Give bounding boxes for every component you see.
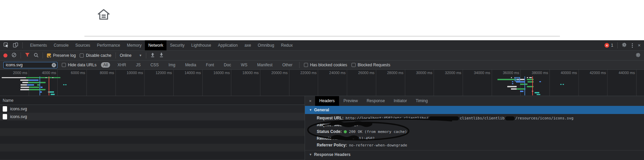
timeline-column: 36000 ms xyxy=(492,70,521,96)
checkbox-unchecked[interactable] xyxy=(80,53,84,58)
details-tab[interactable]: Preview xyxy=(339,96,362,106)
waterfall-bar xyxy=(22,82,28,83)
close-devtools-icon[interactable]: × xyxy=(638,43,641,48)
details-tab[interactable]: Headers xyxy=(315,96,339,106)
network-filterbar: × Hide data URLs AllXHRJSCSSImgMediaFont… xyxy=(0,61,644,70)
redaction-scribble xyxy=(505,116,515,120)
network-settings-gear-icon[interactable] xyxy=(636,52,641,59)
type-filter[interactable]: WS xyxy=(238,62,250,68)
timeline-column: 24000 ms xyxy=(318,70,347,96)
import-har-icon[interactable] xyxy=(150,52,155,59)
details-tab[interactable]: Response xyxy=(362,96,389,106)
referrer-policy-label: Referrer Policy: xyxy=(317,143,347,147)
timeline-tick-label: 20000 ms xyxy=(271,71,287,75)
devtools-tab[interactable]: Network xyxy=(145,40,166,50)
export-har-icon[interactable] xyxy=(159,52,164,59)
timeline-column: 20000 ms xyxy=(260,70,289,96)
clear-icon[interactable] xyxy=(11,52,17,59)
hide-data-urls-checkbox[interactable]: Hide data URLs xyxy=(62,63,97,67)
remote-address-label: Remote Address: xyxy=(317,136,350,141)
timeline-column: 40000 ms xyxy=(550,70,579,96)
timeline-column: 6000 ms xyxy=(58,70,87,96)
waterfall-bar xyxy=(511,88,517,90)
devtools-tab[interactable]: Omnibug xyxy=(254,40,278,50)
type-filter[interactable]: JS xyxy=(133,62,143,68)
type-filter[interactable]: CSS xyxy=(148,62,161,68)
type-filter[interactable]: Font xyxy=(204,62,216,68)
waterfall-bar xyxy=(520,91,523,92)
horizontal-divider xyxy=(84,36,560,37)
type-filter[interactable]: Manifest xyxy=(255,62,275,68)
timeline-tick-label: 2000 ms xyxy=(13,71,27,75)
waterfall-bar xyxy=(63,84,65,85)
filter-funnel-icon[interactable] xyxy=(25,53,30,58)
search-icon[interactable] xyxy=(34,53,38,59)
inspect-element-icon[interactable] xyxy=(3,42,9,49)
checkbox-unchecked[interactable] xyxy=(304,63,308,67)
devtools-tab[interactable]: Application xyxy=(214,40,241,50)
waterfall-bar xyxy=(51,94,55,95)
checkbox-unchecked[interactable] xyxy=(352,63,356,67)
type-filter[interactable]: Doc xyxy=(222,62,233,68)
type-filter[interactable]: Other xyxy=(280,62,295,68)
details-tab[interactable]: Initiator xyxy=(389,96,411,106)
details-tab[interactable]: Timing xyxy=(411,96,432,106)
devtools-tab[interactable]: Performance xyxy=(94,40,124,50)
waterfall-bar xyxy=(497,79,517,80)
type-filter[interactable]: XHR xyxy=(115,62,128,68)
devtools-tab[interactable]: axe xyxy=(241,40,254,50)
waterfall-bar xyxy=(535,92,539,93)
referrer-policy-value: no-referrer-when-downgrade xyxy=(349,143,407,147)
devtools-tab[interactable]: Memory xyxy=(124,40,145,50)
remote-address-value: [::1]:4502 xyxy=(352,136,375,141)
response-headers-section-header[interactable]: ▼ Response Headers xyxy=(305,150,644,158)
device-toolbar-icon[interactable] xyxy=(13,42,18,49)
more-options-icon[interactable] xyxy=(631,43,634,48)
name-column-header[interactable]: Name xyxy=(0,96,305,105)
devtools-tab[interactable]: Redux xyxy=(278,40,296,50)
hide-data-urls-label: Hide data URLs xyxy=(68,63,97,67)
main-tabs: ElementsConsoleSourcesPerformanceMemoryN… xyxy=(27,40,296,50)
preserve-log-checkbox[interactable]: Preserve log xyxy=(47,53,76,58)
type-filter[interactable]: Img xyxy=(166,62,178,68)
devtools-tab[interactable]: Elements xyxy=(27,40,50,50)
timeline-tick-label: 36000 ms xyxy=(503,71,519,75)
has-blocked-cookies-checkbox[interactable]: Has blocked cookies xyxy=(304,63,347,67)
disable-cache-checkbox[interactable]: Disable cache xyxy=(80,53,111,58)
devtools-tab[interactable]: Security xyxy=(166,40,188,50)
checkbox-unchecked[interactable] xyxy=(62,63,66,67)
timeline-tick-label: 40000 ms xyxy=(561,71,577,75)
type-filter[interactable]: Media xyxy=(183,62,199,68)
type-filter[interactable]: All xyxy=(101,62,110,68)
request-url-row: Request URL: http://localhost:4502/etc.c… xyxy=(305,115,644,121)
request-details-panel: × HeadersPreviewResponseInitiatorTiming … xyxy=(305,96,644,160)
devtools-tab[interactable]: Console xyxy=(50,40,72,50)
timeline-tick-label: 24000 ms xyxy=(329,71,345,75)
error-badge[interactable]: × 1 xyxy=(604,43,613,48)
waterfall-bar xyxy=(26,77,60,78)
response-headers-title: Response Headers xyxy=(314,152,351,157)
close-details-icon[interactable]: × xyxy=(305,98,315,104)
request-row[interactable]: icons.svg xyxy=(0,105,305,113)
devtools-tab[interactable]: Sources xyxy=(72,40,94,50)
settings-gear-icon[interactable] xyxy=(622,42,627,48)
clear-filter-icon[interactable]: × xyxy=(52,63,56,67)
throttling-dropdown[interactable]: Online ▼ xyxy=(120,53,142,58)
timeline-column: 14000 ms xyxy=(174,70,203,96)
request-row[interactable]: icons.svg xyxy=(0,113,305,120)
network-overview-timeline[interactable]: 2000 ms4000 ms6000 ms8000 ms10000 ms1200… xyxy=(0,70,644,96)
record-button[interactable] xyxy=(3,53,7,58)
filter-input[interactable] xyxy=(3,62,57,68)
timeline-tick-label: 26000 ms xyxy=(358,71,375,75)
divider xyxy=(617,42,618,48)
timeline-column: 8000 ms xyxy=(87,70,116,96)
timeline-column: 22000 ms xyxy=(289,70,318,96)
status-code-row: Status Code: 200 OK (from memory cache) xyxy=(305,128,644,135)
home-icon[interactable] xyxy=(97,8,110,22)
error-badge-icon: × xyxy=(604,43,609,48)
devtools-tab[interactable]: Lighthouse xyxy=(188,40,215,50)
waterfall-bar xyxy=(28,82,46,83)
general-section-header[interactable]: ▼ General xyxy=(305,106,644,114)
blocked-requests-checkbox[interactable]: Blocked Requests xyxy=(352,63,390,67)
checkbox-checked[interactable] xyxy=(47,53,51,58)
